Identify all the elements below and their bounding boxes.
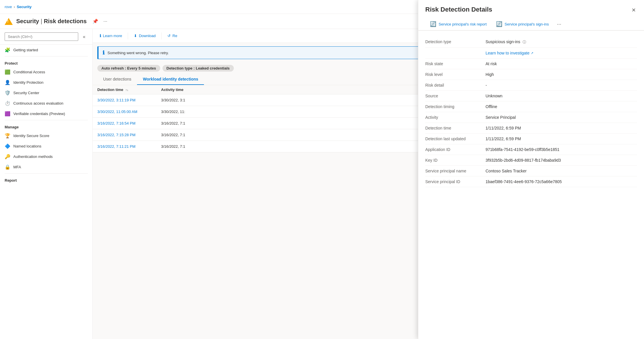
detection-time-link[interactable]: 3/16/2022, 7:11:21 PM bbox=[97, 144, 136, 149]
detail-row-sp-id: Service principal ID 1baef386-7491-4ee6-… bbox=[425, 176, 637, 187]
detail-label-detection-last-updated: Detection last updated bbox=[425, 136, 483, 141]
sidebar-divider-manage bbox=[5, 120, 88, 120]
learn-more-label: Learn more bbox=[103, 34, 122, 38]
learn-more-button[interactable]: ℹ Learn more bbox=[97, 32, 124, 40]
mfa-icon: 🔒 bbox=[5, 164, 10, 170]
tab-workload-identity[interactable]: Workload identity detections bbox=[137, 74, 204, 85]
warning-icon bbox=[5, 17, 13, 25]
refresh-icon: ↺ bbox=[167, 34, 171, 38]
detail-value-sp-name: Contoso Sales Tracker bbox=[486, 169, 637, 173]
detail-row-key-id: Key ID 3f932b5b-2bd6-4d09-8817-fb174baba… bbox=[425, 155, 637, 166]
search-input[interactable] bbox=[5, 32, 78, 41]
detail-label-key-id: Key ID bbox=[425, 158, 483, 163]
detail-label-empty bbox=[425, 51, 483, 55]
sidebar-item-identity-protection[interactable]: 👤 Identity Protection bbox=[0, 77, 92, 88]
sidebar-item-verifiable-credentials[interactable]: 🟪 Verifiable credentials (Preview) bbox=[0, 108, 92, 119]
detail-label-risk-state: Risk state bbox=[425, 61, 483, 66]
filter-chip-auto-refresh[interactable]: Auto refresh : Every 5 minutes bbox=[97, 65, 160, 72]
refresh-button[interactable]: ↺ Re bbox=[165, 32, 180, 40]
getting-started-icon: 🧩 bbox=[5, 47, 10, 53]
header-icons: 📌 ··· bbox=[91, 17, 108, 25]
sidebar-item-security-center[interactable]: 🛡️ Security Center bbox=[0, 88, 92, 98]
detail-value-risk-detail: - bbox=[486, 83, 637, 88]
panel-body: Detection type Suspicious sign-ins ⓘ Lea… bbox=[418, 31, 644, 193]
detail-label-risk-detail: Risk detail bbox=[425, 83, 483, 88]
detail-label-detection-time: Detection time bbox=[425, 126, 483, 130]
sidebar-item-label: Continuous access evaluation bbox=[13, 101, 63, 105]
panel-tab-sign-ins[interactable]: 🔄 Service principal's sign-ins bbox=[491, 18, 554, 31]
breadcrumb-security[interactable]: Security bbox=[17, 5, 32, 9]
alert-message: Something went wrong. Please retry. bbox=[107, 51, 169, 55]
alert-icon: ℹ bbox=[103, 50, 105, 56]
more-button[interactable]: ··· bbox=[102, 18, 108, 25]
column-header-activity-time[interactable]: Activity time bbox=[161, 88, 219, 92]
panel-title: Risk Detection Details bbox=[425, 6, 492, 13]
detail-row-detection-type: Detection type Suspicious sign-ins ⓘ bbox=[425, 37, 637, 48]
sidebar-item-getting-started[interactable]: 🧩 Getting started bbox=[0, 45, 92, 55]
sidebar-item-named-locations[interactable]: 🔷 Named locations bbox=[0, 141, 92, 151]
external-link-icon: ↗ bbox=[531, 51, 533, 55]
sidebar-item-label: MFA bbox=[13, 165, 21, 169]
panel-tab-label: Service principal's risk report bbox=[439, 22, 487, 26]
tab-user-detections[interactable]: User detections bbox=[97, 74, 137, 85]
column-header-detection-time[interactable]: Detection time ↑↓ bbox=[97, 88, 161, 92]
detail-value-key-id: 3f932b5b-2bd6-4d09-8817-fb174baba9d3 bbox=[486, 158, 637, 163]
detail-value-learn-link: Learn how to investigate ↗ bbox=[486, 51, 637, 55]
sidebar-item-continuous-access[interactable]: ⏱️ Continuous access evaluation bbox=[0, 98, 92, 108]
detail-label-sp-id: Service principal ID bbox=[425, 179, 483, 184]
detail-label-risk-level: Risk level bbox=[425, 72, 483, 77]
breadcrumb-sep: › bbox=[14, 5, 15, 9]
sidebar-item-authentication-methods[interactable]: 🔑 Authentication methods bbox=[0, 151, 92, 162]
detail-row-learn-link: Learn how to investigate ↗ bbox=[425, 48, 637, 59]
sidebar-item-conditional-access[interactable]: 🟩 Conditional Access bbox=[0, 67, 92, 77]
panel-tabs: 🔄 Service principal's risk report 🔄 Serv… bbox=[418, 18, 644, 31]
sidebar-item-label: Verifiable credentials (Preview) bbox=[13, 112, 65, 116]
detail-row-risk-level: Risk level High bbox=[425, 69, 637, 80]
panel-close-button[interactable]: ✕ bbox=[630, 6, 637, 14]
detail-value-risk-state: At risk bbox=[486, 61, 637, 66]
sidebar-section-protect: Protect bbox=[0, 58, 92, 67]
detail-row-application-id: Application ID 971b68fa-7541-4192-be59-c… bbox=[425, 144, 637, 155]
refresh-label: Re bbox=[172, 34, 177, 38]
detail-label-application-id: Application ID bbox=[425, 147, 483, 152]
panel-tab-label: Service principal's sign-ins bbox=[505, 22, 549, 26]
sidebar-item-label: Identity Secure Score bbox=[13, 134, 49, 138]
activity-time-cell: 3/30/2022, 11: bbox=[161, 110, 185, 114]
breadcrumb-rove[interactable]: rove bbox=[5, 5, 12, 9]
learn-investigate-link[interactable]: Learn how to investigate ↗ bbox=[486, 51, 637, 55]
sidebar-item-label: Named locations bbox=[13, 144, 41, 148]
download-icon: ⬇ bbox=[134, 34, 137, 38]
warning-triangle bbox=[5, 18, 13, 25]
sidebar-item-mfa[interactable]: 🔒 MFA bbox=[0, 162, 92, 172]
activity-time-cell: 3/30/2022, 3:1 bbox=[161, 98, 185, 102]
filter-chip-detection-type[interactable]: Detection type : Leaked credentials bbox=[163, 65, 234, 72]
download-button[interactable]: ⬇ Download bbox=[132, 32, 158, 40]
detection-time-link[interactable]: 3/16/2022, 7:16:54 PM bbox=[97, 121, 136, 125]
toolbar-separator bbox=[128, 32, 128, 39]
collapse-button[interactable]: « bbox=[81, 33, 88, 41]
detail-value-sp-id: 1baef386-7491-4ee6-9376-72c5a66e7805 bbox=[486, 179, 637, 184]
sidebar-item-label: Conditional Access bbox=[13, 70, 45, 74]
panel-tabs-more-button[interactable]: ··· bbox=[555, 18, 564, 30]
panel-tab-risk-report[interactable]: 🔄 Service principal's risk report bbox=[425, 18, 491, 31]
detail-label-activity: Activity bbox=[425, 115, 483, 120]
panel-header: Risk Detection Details ✕ bbox=[418, 0, 644, 14]
identity-protection-icon: 👤 bbox=[5, 79, 10, 85]
activity-time-cell: 3/16/2022, 7:1 bbox=[161, 144, 185, 149]
pin-button[interactable]: 📌 bbox=[91, 17, 99, 25]
sidebar-item-identity-secure-score[interactable]: 🏆 Identity Secure Score bbox=[0, 130, 92, 141]
detail-value-detection-time: 1/11/2022, 6:59 PM bbox=[486, 126, 637, 130]
detection-time-link[interactable]: 3/30/2022, 3:11:19 PM bbox=[97, 98, 136, 102]
download-label: Download bbox=[139, 34, 156, 38]
filter-label: Detection type : bbox=[167, 66, 196, 70]
verifiable-credentials-icon: 🟪 bbox=[5, 111, 10, 116]
sidebar-divider-protect bbox=[5, 56, 88, 57]
named-locations-icon: 🔷 bbox=[5, 143, 10, 149]
detail-value-detection-type: Suspicious sign-ins ⓘ bbox=[486, 39, 637, 45]
detail-row-sp-name: Service principal name Contoso Sales Tra… bbox=[425, 166, 637, 176]
info-circle-icon: ℹ bbox=[100, 34, 101, 38]
detail-value-detection-last-updated: 1/11/2022, 6:59 PM bbox=[486, 136, 637, 141]
detection-time-link[interactable]: 3/16/2022, 7:15:28 PM bbox=[97, 133, 136, 137]
detection-time-link[interactable]: 3/30/2022, 11:05:00 AM bbox=[97, 110, 137, 114]
page-title: Security | Risk detections bbox=[16, 18, 87, 25]
